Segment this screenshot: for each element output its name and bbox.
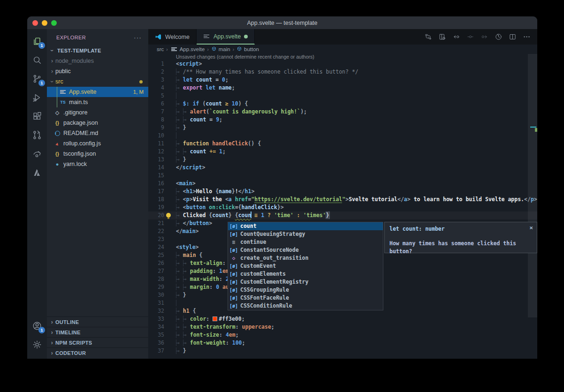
breadcrumb-item-src[interactable]: src	[157, 46, 164, 52]
minimize-window-button[interactable]	[42, 20, 47, 26]
suggestion-label: CSSGroupingRule	[240, 286, 289, 294]
tree-item-readme-md[interactable]: iREADME.md	[47, 128, 148, 138]
tree-item-public[interactable]: ›public	[47, 66, 148, 76]
accounts-icon[interactable]: 1	[27, 317, 47, 335]
close-window-button[interactable]	[32, 20, 38, 26]
explorer-sidebar: EXPLORER ··· › TEST-TEMPLATE ›node_modul…	[47, 29, 148, 359]
code-line: 1<script>	[148, 60, 537, 68]
suggestion-customelements[interactable]: [ø]customElements	[228, 270, 383, 278]
breadcrumb-item-main[interactable]: main	[211, 46, 230, 53]
svelte-file-icon	[170, 47, 178, 52]
more-actions-icon[interactable]	[520, 31, 533, 43]
sidebar-more-actions[interactable]: ···	[134, 34, 142, 41]
suggest-docs-signature: let count: number	[389, 225, 532, 233]
tree-item-node-modules[interactable]: ›node_modules	[47, 56, 148, 66]
tree-item-package-json[interactable]: {}package.json	[47, 118, 148, 128]
lightbulb-icon[interactable]	[166, 213, 171, 218]
chevron-right-icon: ›	[49, 350, 55, 356]
tree-item-label: node_modules	[55, 58, 94, 64]
live-share-icon[interactable]	[27, 144, 47, 163]
line-number: 24	[148, 243, 164, 251]
activity-bar: 11 1	[27, 29, 47, 359]
code-editor[interactable]: Unsaved changes (cannot determine recent…	[148, 54, 537, 359]
sidebar-section-outline[interactable]: ›OUTLINE	[47, 317, 148, 327]
symbol-variable-icon: [ø]	[229, 246, 238, 254]
vscode-logo-icon	[155, 33, 162, 40]
suggestion-countqueuingstrategy[interactable]: [ø]CountQueuingStrategy	[228, 230, 383, 238]
suggestion-customelementregistry[interactable]: [ø]CustomElementRegistry	[228, 278, 383, 286]
explorer-icon[interactable]: 1	[27, 32, 47, 51]
tree-item-rollup-config-js[interactable]: ▲rollup.config.js	[47, 138, 148, 149]
extensions-icon[interactable]	[27, 107, 47, 126]
sidebar-section-npm-scripts[interactable]: ›NPM SCRIPTS	[47, 337, 148, 347]
symbol-element-icon	[211, 46, 217, 53]
gutter-indicator-icon[interactable]	[464, 31, 476, 43]
tree-item-app-svelte[interactable]: App.svelte1, M	[47, 87, 148, 97]
tree-item-label: README.md	[63, 130, 98, 136]
section-label: NPM SCRIPTS	[55, 340, 92, 346]
source-control-icon[interactable]: 1	[27, 69, 47, 88]
breadcrumb: src›App.svelte›main›button	[148, 45, 537, 54]
chevron-right-icon: ›	[49, 319, 55, 325]
tab-label: App.svelte	[213, 33, 241, 40]
sidebar-section-codetour[interactable]: ›CODETOUR	[47, 347, 148, 358]
line-number: 1	[148, 60, 164, 68]
breadcrumb-label: App.svelte	[180, 46, 205, 52]
tab-label: Welcome	[165, 34, 190, 40]
modified-dot	[244, 35, 248, 38]
suggestion-label: CSSConditionRule	[240, 302, 292, 310]
maximize-window-button[interactable]	[51, 20, 57, 26]
next-change-icon[interactable]	[478, 31, 490, 43]
code-line: 9→ }	[148, 124, 537, 132]
symbol-variable-icon: [ø]	[229, 270, 238, 278]
chevron-right-icon: ›	[49, 68, 55, 75]
tree-root-test-template[interactable]: › TEST-TEMPLATE	[47, 45, 148, 56]
code-line: 15	[148, 172, 537, 180]
overview-ruler-mark	[530, 127, 536, 128]
previous-change-icon[interactable]	[450, 31, 462, 43]
run-and-debug-icon[interactable]	[27, 88, 47, 107]
breadcrumb-label: main	[219, 46, 230, 52]
suggestion-cssfontfacerule[interactable]: [ø]CSSFontFaceRule	[228, 294, 383, 302]
tree-item--gitignore[interactable]: ◇.gitignore	[47, 107, 148, 118]
tree-item-label: public	[55, 68, 71, 75]
suggestion-cssgroupingrule[interactable]: [ø]CSSGroupingRule	[228, 286, 383, 294]
breadcrumb-label: button	[244, 46, 259, 52]
tab-app-svelte[interactable]: App.svelte	[197, 29, 255, 45]
tree-item-tsconfig-json[interactable]: {}tsconfig.json	[47, 149, 148, 159]
tree-item-label: tsconfig.json	[63, 151, 96, 157]
azure-icon[interactable]	[27, 163, 47, 182]
code-line: 13→ }	[148, 156, 537, 164]
tree-item-src[interactable]: ›src	[47, 76, 148, 87]
line-number: 29	[148, 283, 164, 291]
suggestion-label: CountQueuingStrategy	[240, 230, 305, 238]
tree-item-main-ts[interactable]: TSmain.ts	[47, 97, 148, 107]
indent-guide	[57, 87, 57, 97]
breadcrumb-item-app-svelte[interactable]: App.svelte	[170, 46, 205, 52]
suggestion-create_out_transition[interactable]: ◇create_out_transition	[228, 254, 383, 262]
suggestion-label: customElements	[240, 270, 286, 278]
tree-item-label: .gitignore	[63, 109, 87, 116]
search-icon[interactable]	[27, 51, 47, 69]
close-icon[interactable]: ×	[529, 224, 533, 232]
open-changes-icon[interactable]	[422, 31, 434, 43]
vscode-window: App.svelte — test-template 11 1 EXPLORER…	[27, 16, 537, 359]
breadcrumb-item-button[interactable]: button	[236, 46, 259, 53]
suggestion-constantsourcenode[interactable]: [ø]ConstantSourceNode	[228, 246, 383, 254]
split-editor-icon[interactable]	[506, 31, 518, 43]
suggestion-continue[interactable]: ≡continue	[228, 238, 383, 246]
tree-item-yarn-lock[interactable]: ●yarn.lock	[47, 159, 148, 169]
suggestion-customevent[interactable]: [ø]CustomEvent	[228, 262, 383, 270]
open-file-icon[interactable]	[436, 31, 448, 43]
tab-welcome[interactable]: Welcome	[148, 29, 197, 45]
editor-scrollbar[interactable]	[528, 54, 537, 317]
suggestion-cssconditionrule[interactable]: [ø]CSSConditionRule	[228, 302, 383, 310]
sidebar-title: EXPLORER	[56, 35, 86, 40]
file-history-icon[interactable]	[492, 31, 504, 43]
sidebar-section-timeline[interactable]: ›TIMELINE	[47, 327, 148, 337]
settings-icon[interactable]	[27, 335, 47, 354]
github-pull-requests-icon[interactable]	[27, 126, 47, 144]
code-line: 19→ <button on:click={handleClick}>	[148, 204, 537, 211]
suggestion-count[interactable]: [ø]count	[228, 222, 383, 230]
symbol-keyword-icon: ≡	[229, 238, 238, 246]
